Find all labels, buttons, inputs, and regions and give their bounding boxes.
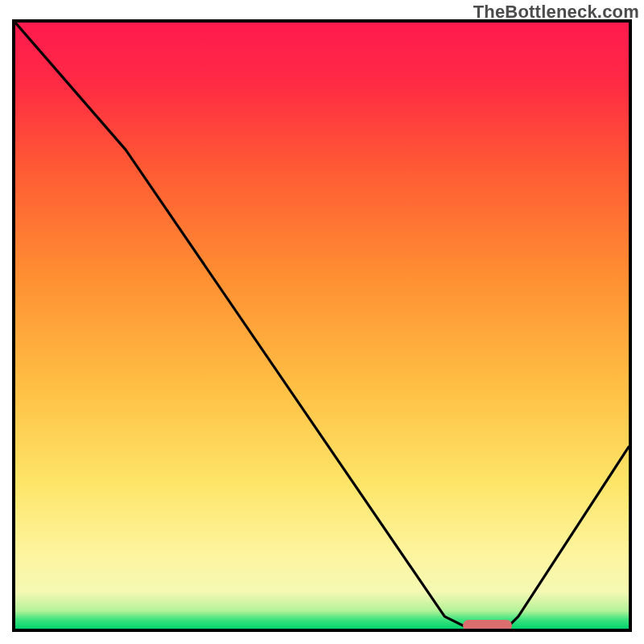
watermark-text: TheBottleneck.com bbox=[473, 2, 639, 23]
bottleneck-chart: TheBottleneck.com bbox=[0, 0, 644, 644]
bottleneck-curve bbox=[15, 23, 629, 629]
plot-area bbox=[12, 19, 632, 632]
optimal-range-marker bbox=[463, 620, 512, 631]
